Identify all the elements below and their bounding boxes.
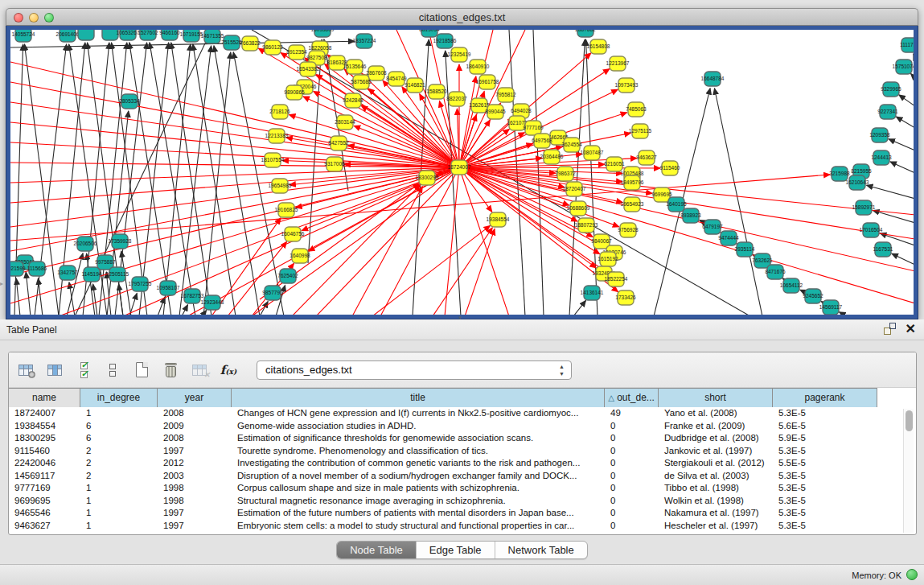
cell-out-de-[interactable]: 0 <box>605 457 659 470</box>
vertical-scrollbar[interactable] <box>903 409 914 533</box>
graph-node[interactable] <box>78 30 94 40</box>
show-columns-button[interactable] <box>44 360 65 381</box>
cell-name[interactable]: 9777169 <box>9 482 80 495</box>
cell-short[interactable]: Stergiakouli et al. (2012) <box>659 457 773 470</box>
cell-pagerank[interactable]: 5.3E-5 <box>773 507 877 520</box>
cell-pagerank[interactable]: 5.6E-5 <box>773 420 877 433</box>
cell-title[interactable]: Changes of HCN gene expression and I(f) … <box>232 407 605 420</box>
cell-in-degree[interactable]: 1 <box>80 495 158 508</box>
cell-name[interactable]: 9465546 <box>9 507 80 520</box>
cell-in-degree[interactable]: 6 <box>80 432 158 445</box>
cell-in-degree[interactable]: 1 <box>80 482 158 495</box>
table-selector-combobox[interactable]: citations_edges.txt ▲▼ <box>257 360 572 380</box>
cell-title[interactable]: Embryonic stem cells: a model to study s… <box>232 520 605 533</box>
select-all-button[interactable] <box>73 360 94 381</box>
table-row[interactable]: 1456911722003Disruption of a novel membe… <box>9 470 885 483</box>
cell-name[interactable]: 18724007 <box>9 407 80 420</box>
cell-year[interactable]: 2012 <box>158 457 232 470</box>
table-row[interactable]: 1830029562008Estimation of significance … <box>9 432 885 445</box>
cell-name[interactable]: 9115460 <box>9 445 80 458</box>
cell-short[interactable]: de Silva et al. (2003) <box>659 470 773 483</box>
unselect-rows-button[interactable] <box>102 360 123 381</box>
cell-in-degree[interactable]: 1 <box>80 507 158 520</box>
delete-column-button[interactable] <box>160 360 181 381</box>
cell-pagerank[interactable]: 5.9E-5 <box>773 432 877 445</box>
cell-pagerank[interactable]: 5.3E-5 <box>773 445 877 458</box>
cell-out-de-[interactable]: 0 <box>605 445 659 458</box>
cell-title[interactable]: Disruption of a novel member of a sodium… <box>232 470 605 483</box>
cell-pagerank[interactable]: 5.3E-5 <box>773 520 877 533</box>
cell-pagerank[interactable]: 5.3E-5 <box>773 470 877 483</box>
cell-pagerank[interactable]: 5.5E-5 <box>773 457 877 470</box>
create-column-button[interactable] <box>131 360 152 381</box>
cell-title[interactable]: Estimation of significance thresholds fo… <box>232 432 605 445</box>
citation-graph[interactable]: 1872400718300295193845547663822986012389… <box>10 30 914 315</box>
left-collapse-arrow-icon[interactable]: ▸ <box>0 280 6 288</box>
cell-name[interactable]: 19384554 <box>9 420 80 433</box>
cell-name[interactable]: 9463627 <box>9 520 80 533</box>
cell-year[interactable]: 1998 <box>158 482 232 495</box>
cell-year[interactable]: 1997 <box>158 507 232 520</box>
cell-title[interactable]: Tourette syndrome. Phenomenology and cla… <box>232 445 605 458</box>
cell-year[interactable]: 1997 <box>158 445 232 458</box>
cell-name[interactable]: 14569117 <box>9 470 80 483</box>
function-builder-button[interactable]: f(x) <box>218 360 239 381</box>
table-row[interactable]: 1938455462009Genome-wide association stu… <box>9 420 885 433</box>
cell-in-degree[interactable]: 6 <box>80 420 158 433</box>
cell-out-de-[interactable]: 0 <box>605 482 659 495</box>
cell-year[interactable]: 1998 <box>158 495 232 508</box>
table-settings-button[interactable] <box>15 360 36 381</box>
cell-year[interactable]: 2008 <box>158 432 232 445</box>
cell-year[interactable]: 1997 <box>158 520 232 533</box>
cell-in-degree[interactable]: 2 <box>80 445 158 458</box>
cell-year[interactable]: 2003 <box>158 470 232 483</box>
column-header-title[interactable]: title <box>232 388 605 407</box>
table-row[interactable]: 969969511998Structural magnetic resonanc… <box>9 495 885 508</box>
cell-name[interactable]: 18300295 <box>9 432 80 445</box>
table-row[interactable]: 946362711997Embryonic stem cells: a mode… <box>9 520 885 533</box>
tab-network-table[interactable]: Network Table <box>495 542 587 558</box>
table-row[interactable]: 977716911998Corpus callosum shape and si… <box>9 482 885 495</box>
tab-edge-table[interactable]: Edge Table <box>417 542 495 558</box>
cell-in-degree[interactable]: 2 <box>80 457 158 470</box>
column-header-name[interactable]: name <box>9 388 80 407</box>
cell-in-degree[interactable]: 1 <box>80 520 158 533</box>
cell-out-de-[interactable]: 0 <box>605 507 659 520</box>
cell-short[interactable]: Nakamura et al. (1997) <box>659 507 773 520</box>
cell-year[interactable]: 2008 <box>158 407 232 420</box>
cell-short[interactable]: Dudbridge et al. (2008) <box>659 432 773 445</box>
cell-out-de-[interactable]: 0 <box>605 520 659 533</box>
cell-title[interactable]: Estimation of the future numbers of pati… <box>232 507 605 520</box>
column-header-short[interactable]: short <box>659 388 773 407</box>
table-row[interactable]: 911546021997Tourette syndrome. Phenomeno… <box>9 445 885 458</box>
float-window-icon[interactable] <box>884 323 896 335</box>
cell-pagerank[interactable]: 5.3E-5 <box>773 407 877 420</box>
cell-in-degree[interactable]: 2 <box>80 470 158 483</box>
cell-title[interactable]: Genome-wide association studies in ADHD. <box>232 420 605 433</box>
cell-title[interactable]: Corpus callosum shape and size in male p… <box>232 482 605 495</box>
cell-out-de-[interactable]: 0 <box>605 470 659 483</box>
close-panel-icon[interactable]: ✕ <box>906 323 916 335</box>
scrollbar-thumb[interactable] <box>906 410 913 431</box>
cell-name[interactable]: 22420046 <box>9 457 80 470</box>
cell-short[interactable]: Hescheler et al. (1997) <box>659 520 773 533</box>
cell-out-de-[interactable]: 49 <box>605 407 659 420</box>
cell-in-degree[interactable]: 1 <box>80 407 158 420</box>
cell-short[interactable]: Wolkin et al. (1998) <box>659 495 773 508</box>
cell-short[interactable]: Jankovic et al. (1997) <box>659 445 773 458</box>
cell-year[interactable]: 2009 <box>158 420 232 433</box>
column-header-out-de-[interactable]: △ out_de... <box>605 388 659 407</box>
network-canvas[interactable]: 1872400718300295193845547663822986012389… <box>10 30 914 315</box>
column-header-year[interactable]: year <box>158 388 232 407</box>
cell-name[interactable]: 9699695 <box>9 495 80 508</box>
cell-title[interactable]: Investigating the contribution of common… <box>232 457 605 470</box>
cell-out-de-[interactable]: 0 <box>605 495 659 508</box>
cell-pagerank[interactable]: 5.3E-5 <box>773 482 877 495</box>
cell-short[interactable]: Tibbo et al. (1998) <box>659 482 773 495</box>
cell-short[interactable]: Yano et al. (2008) <box>659 407 773 420</box>
table-row[interactable]: 2242004622012Investigating the contribut… <box>9 457 885 470</box>
table-row[interactable]: 946554611997Estimation of the future num… <box>9 507 885 520</box>
column-header-in-degree[interactable]: in_degree <box>80 388 158 407</box>
cell-out-de-[interactable]: 0 <box>605 420 659 433</box>
column-header-pagerank[interactable]: pagerank <box>773 388 877 407</box>
